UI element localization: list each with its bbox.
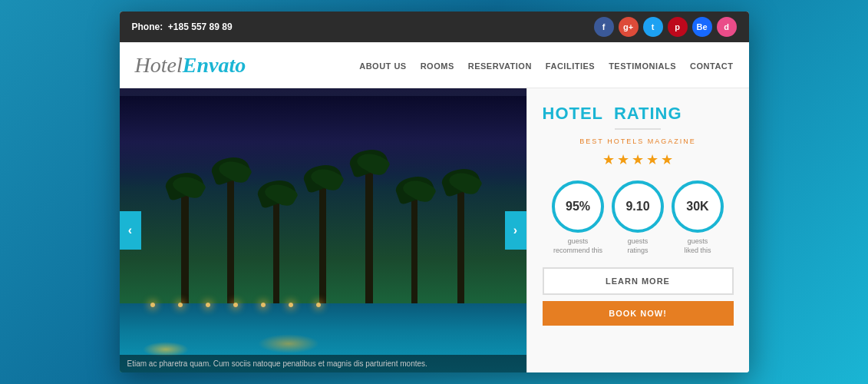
nav-rooms[interactable]: ROOMS [421, 61, 454, 71]
light-4 [233, 303, 238, 307]
palm-trees [120, 142, 526, 311]
slider-prev-button[interactable]: ‹ [120, 211, 141, 250]
rating-highlight: RATING [614, 104, 682, 123]
light-7 [316, 303, 321, 307]
nav-testimonials[interactable]: TESTIMONIALS [609, 61, 676, 71]
star-2: ★ [617, 151, 629, 168]
metric-guests-recommend: 95% guestsrecommend this [552, 180, 604, 255]
facebook-icon[interactable]: f [594, 17, 614, 37]
circle-ring-2: 9.10 [612, 180, 664, 233]
pinterest-icon[interactable]: p [668, 17, 688, 37]
stars-rating: ★ ★ ★ ★ ★ [543, 151, 734, 168]
main-content: ‹ › Etiam ac pharetra quam. Cum sociis n… [120, 88, 749, 372]
nav-about[interactable]: ABOUT US [359, 61, 406, 71]
logo-hotel: Hotel [135, 53, 183, 77]
magazine-label: BEST HOTELS MAGAZINE [543, 137, 734, 145]
circle-ring-3: 30K [672, 180, 724, 233]
metric-guest-ratings: 9.10 guestsratings [612, 180, 664, 255]
star-3: ★ [632, 151, 644, 168]
phone-label: Phone: [132, 22, 163, 32]
star-1: ★ [602, 151, 615, 168]
circle-label-1: guestsrecommend this [553, 237, 602, 255]
book-now-button[interactable]: BOOK NOW! [543, 301, 734, 326]
star-5: ★ [661, 151, 673, 168]
logo-envato: Envato [183, 53, 246, 77]
lights-row [120, 303, 526, 307]
learn-more-button[interactable]: LEARN MORE [543, 267, 734, 295]
browser-window: Phone: +185 557 89 89 f g+ t p Be d Hote… [120, 12, 749, 372]
image-slider: ‹ › Etiam ac pharetra quam. Cum sociis n… [120, 88, 526, 372]
light-5 [261, 303, 266, 307]
circle-label-2: guestsratings [627, 237, 648, 255]
phone-number: +185 557 89 89 [168, 22, 233, 32]
phone-info: Phone: +185 557 89 89 [132, 22, 233, 32]
light-1 [150, 303, 155, 307]
slider-next-button[interactable]: › [505, 211, 526, 250]
rating-divider [615, 128, 661, 130]
circle-ring-1: 95% [552, 180, 604, 233]
circle-value-3: 30K [686, 200, 708, 214]
metric-guests-liked: 30K guestsliked this [672, 180, 724, 255]
nav-facilities[interactable]: FACILITIES [546, 61, 595, 71]
top-bar: Phone: +185 557 89 89 f g+ t p Be d [120, 12, 749, 42]
circle-value-1: 95% [566, 200, 590, 214]
nav-bar: HotelEnvato ABOUT US ROOMS RESERVATION F… [120, 42, 749, 88]
nav-reservation[interactable]: RESERVATION [468, 61, 532, 71]
google-plus-icon[interactable]: g+ [619, 17, 639, 37]
hotel-rating-sidebar: HOTEL RATING BEST HOTELS MAGAZINE ★ ★ ★ … [526, 88, 749, 372]
social-icons-container: f g+ t p Be d [594, 17, 737, 37]
slider-caption: Etiam ac pharetra quam. Cum sociis natoq… [120, 355, 526, 372]
behance-icon[interactable]: Be [692, 17, 712, 37]
logo: HotelEnvato [135, 53, 246, 78]
nav-links: ABOUT US ROOMS RESERVATION FACILITIES TE… [359, 58, 733, 72]
light-2 [178, 303, 183, 307]
circle-value-2: 9.10 [625, 200, 649, 214]
rating-label: HOTEL [543, 104, 603, 123]
slide-image [120, 88, 526, 372]
metric-circles: 95% guestsrecommend this 9.10 guestsrati… [543, 180, 734, 255]
rating-title: HOTEL RATING [543, 104, 734, 124]
circle-label-3: guestsliked this [684, 237, 711, 255]
light-3 [206, 303, 210, 307]
water-glow-2 [258, 334, 319, 353]
twitter-icon[interactable]: t [643, 17, 663, 37]
nav-contact[interactable]: CONTACT [690, 61, 733, 71]
star-4: ★ [646, 151, 658, 168]
light-6 [289, 303, 293, 307]
dribbble-icon[interactable]: d [717, 17, 737, 37]
